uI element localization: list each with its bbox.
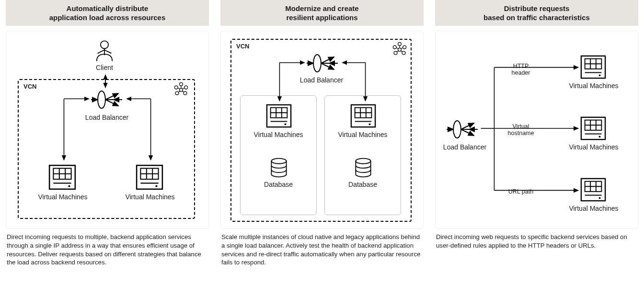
client-label: Client	[88, 64, 121, 71]
vm-label-right: Virtual Machines	[121, 193, 179, 201]
load-balancer-icon	[305, 51, 339, 75]
db-label-right: Database	[344, 181, 382, 188]
rule-virtual-hostname: Virtual hostname	[502, 123, 540, 137]
vm-icon-left	[265, 103, 293, 129]
card-description: Direct incoming requests to multiple, ba…	[6, 229, 209, 267]
rule-http-header: HTTP header	[502, 63, 540, 76]
card-title: Distribute requests based on traffic cha…	[435, 0, 638, 26]
card-distribute-traffic: Distribute requests based on traffic cha…	[435, 0, 638, 267]
card-title: Modernize and create resilient applicati…	[220, 0, 424, 26]
load-balancer-label: Load Balancer	[78, 114, 136, 121]
vcn-label: VCN	[23, 83, 36, 90]
network-icon	[391, 41, 408, 57]
load-balancer-label: Load Balancer	[293, 76, 350, 84]
load-balancer-icon	[90, 88, 123, 112]
vm-icon-3	[579, 177, 607, 203]
card-description: Scale multiple instances of cloud native…	[220, 229, 424, 267]
load-balancer-label: Load Balancer	[438, 143, 491, 151]
db-icon-right	[352, 157, 374, 179]
card-distribute-load: Automatically distribute application loa…	[6, 0, 209, 267]
vm-icon-2	[579, 115, 607, 141]
vm-icon-1	[579, 54, 607, 80]
rule-url-path: URL path	[502, 188, 540, 195]
vm-icon-right	[135, 163, 164, 191]
diagram-3: Load Balancer HTTP header Virtual hostna…	[435, 31, 638, 229]
load-balancer-icon	[445, 117, 479, 141]
vm-label-1: Virtual Machines	[565, 82, 622, 90]
diagram-2: VCN Load Balancer Virtual Machines Virtu…	[220, 31, 424, 229]
vm-icon-left	[47, 163, 77, 191]
vm-label-3: Virtual Machines	[565, 205, 622, 212]
db-icon-left	[268, 157, 290, 179]
vm-label-left: Virtual Machines	[34, 193, 92, 201]
diagram-1: Client VCN Load Balancer Virtual Machine…	[6, 31, 209, 229]
card-modernize: Modernize and create resilient applicati…	[220, 0, 424, 267]
client-icon	[92, 38, 117, 64]
card-description: Direct incoming web requests to specific…	[435, 229, 638, 250]
vm-icon-right	[349, 103, 377, 129]
vcn-label: VCN	[236, 43, 249, 50]
db-label-left: Database	[259, 181, 298, 188]
vm-label-right: Virtual Machines	[334, 131, 391, 138]
vm-label-2: Virtual Machines	[565, 143, 622, 151]
network-icon	[173, 81, 189, 97]
card-title: Automatically distribute application loa…	[6, 0, 209, 26]
vm-label-left: Virtual Machines	[250, 131, 307, 138]
